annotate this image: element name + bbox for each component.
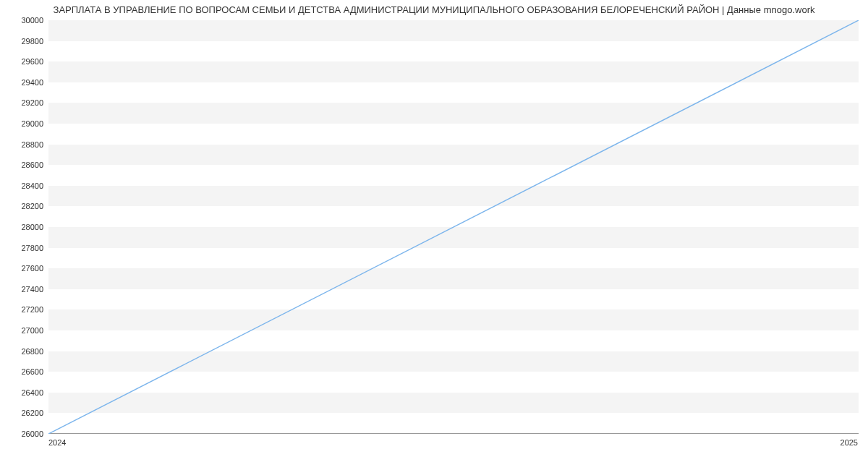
y-tick-26600: 26600 xyxy=(4,367,43,376)
y-tick-28600: 28600 xyxy=(4,161,43,169)
line-svg xyxy=(48,20,859,434)
y-tick-30000: 30000 xyxy=(4,16,43,25)
x-tick-start: 2024 xyxy=(48,438,66,447)
y-tick-28000: 28000 xyxy=(4,223,43,231)
y-tick-27600: 27600 xyxy=(4,264,43,273)
x-tick-end: 2025 xyxy=(841,438,858,447)
y-tick-29800: 29800 xyxy=(4,37,43,46)
y-tick-27400: 27400 xyxy=(4,285,43,294)
data-line xyxy=(48,20,859,434)
y-tick-28800: 28800 xyxy=(4,140,43,149)
y-tick-26400: 26400 xyxy=(4,388,43,397)
y-tick-29600: 29600 xyxy=(4,57,43,66)
y-tick-28400: 28400 xyxy=(4,181,43,190)
y-tick-28200: 28200 xyxy=(4,202,43,210)
y-tick-27200: 27200 xyxy=(4,305,43,314)
y-tick-27000: 27000 xyxy=(4,326,43,335)
chart-title: ЗАРПЛАТА В УПРАВЛЕНИЕ ПО ВОПРОСАМ СЕМЬИ … xyxy=(0,4,868,15)
y-tick-27800: 27800 xyxy=(4,244,43,252)
y-tick-29400: 29400 xyxy=(4,78,43,87)
y-tick-29000: 29000 xyxy=(4,119,43,128)
y-tick-26000: 26000 xyxy=(4,430,43,438)
y-tick-29200: 29200 xyxy=(4,98,43,107)
y-tick-26800: 26800 xyxy=(4,347,43,356)
y-tick-26200: 26200 xyxy=(4,409,43,417)
